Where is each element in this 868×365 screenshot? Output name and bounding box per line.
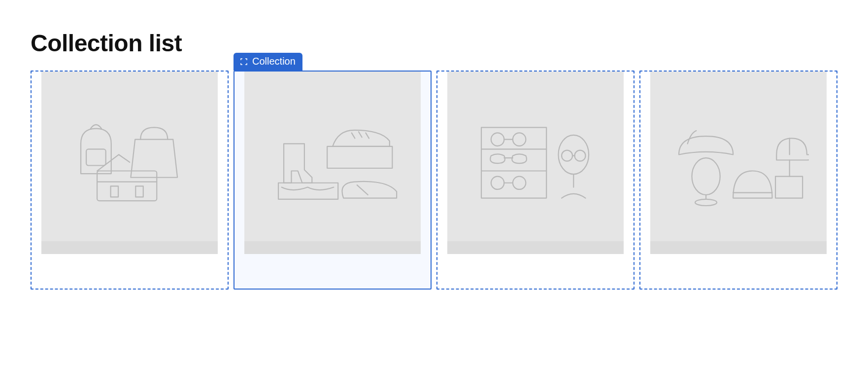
collection-list-section: Collection list bbox=[0, 0, 868, 309]
collection-thumbnail bbox=[650, 72, 827, 254]
svg-rect-0 bbox=[86, 149, 106, 165]
svg-point-18 bbox=[574, 150, 585, 161]
svg-rect-22 bbox=[775, 177, 802, 198]
collection-row: Collection bbox=[31, 71, 837, 290]
collection-card[interactable] bbox=[639, 71, 837, 290]
shoes-icon bbox=[262, 108, 403, 218]
bags-icon bbox=[59, 108, 200, 218]
hats-icon bbox=[668, 108, 809, 218]
glasses-icon bbox=[465, 108, 606, 218]
collection-thumbnail bbox=[244, 72, 421, 254]
block-label-text: Collection bbox=[252, 56, 296, 67]
svg-rect-4 bbox=[327, 146, 392, 168]
block-label[interactable]: Collection bbox=[234, 53, 302, 71]
svg-point-20 bbox=[692, 158, 720, 195]
svg-point-14 bbox=[513, 177, 526, 189]
svg-rect-3 bbox=[135, 186, 143, 197]
svg-rect-5 bbox=[278, 183, 338, 199]
collection-card[interactable] bbox=[436, 71, 634, 290]
frame-icon bbox=[239, 57, 248, 66]
collection-card[interactable] bbox=[31, 71, 229, 290]
svg-point-16 bbox=[558, 135, 589, 174]
svg-point-21 bbox=[695, 199, 717, 206]
svg-rect-1 bbox=[97, 171, 157, 201]
section-title: Collection list bbox=[31, 30, 837, 57]
collection-card-selected[interactable]: Collection bbox=[234, 71, 432, 290]
svg-point-10 bbox=[513, 133, 526, 146]
collection-thumbnail bbox=[41, 72, 218, 254]
svg-point-9 bbox=[491, 133, 504, 146]
collection-thumbnail bbox=[447, 72, 624, 254]
svg-point-13 bbox=[491, 177, 504, 189]
svg-point-17 bbox=[562, 150, 572, 161]
svg-rect-2 bbox=[110, 186, 118, 197]
